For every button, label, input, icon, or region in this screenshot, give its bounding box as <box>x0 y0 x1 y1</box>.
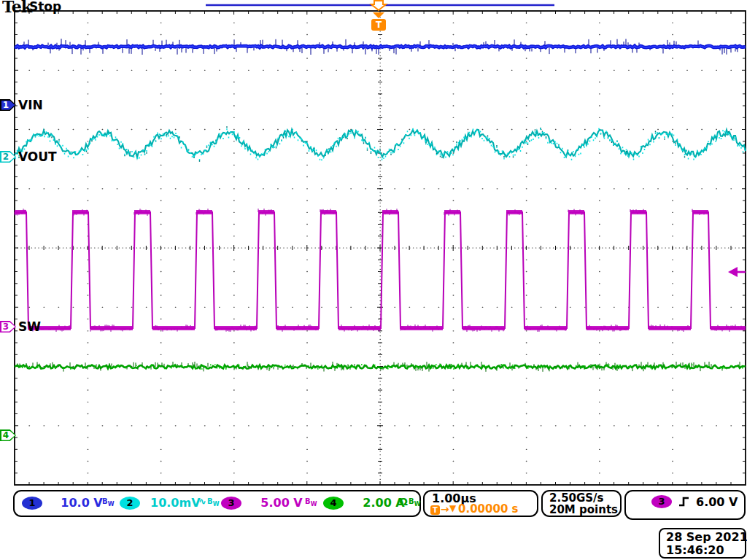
trigger-arrow-icon: → <box>441 503 449 515</box>
ch4-marker-number: 4 <box>0 430 12 440</box>
record-trigger-position-icon[interactable] <box>371 1 386 10</box>
oscilloscope-screen: Tek Stop T 1 VIN 2 VOUT 3 SW 4 1 10.0 V … <box>0 0 747 560</box>
ch4-readout-badge[interactable]: 4 <box>323 497 344 510</box>
date-readout: 28 Sep 2021 <box>666 530 747 544</box>
trigger-position-badge[interactable]: T <box>371 19 386 31</box>
channel-readouts-box: 1 10.0 V BW 2 10.0mV ∿ BW 3 5.00 V BW 4 … <box>13 490 421 517</box>
ch2-readout-badge[interactable]: 2 <box>120 497 140 510</box>
ch3-bandwidth-icon: BW <box>305 497 317 508</box>
ch3-label: SW <box>18 321 41 332</box>
ch1-marker-number: 1 <box>0 100 12 110</box>
ch4-ground-marker[interactable]: 4 <box>0 429 16 441</box>
acquisition-box[interactable]: 2.50GS/s 20M points <box>541 490 622 517</box>
timebase-box[interactable]: 1.00µs T → ▼ 0.00000 s <box>423 490 538 517</box>
ch1-label: VIN <box>18 99 43 111</box>
ch4-bandwidth-icon: BW <box>409 497 420 508</box>
ch2-scale-readout[interactable]: 10.0mV <box>150 496 201 510</box>
ch4-impedance-icon: Ω <box>399 496 408 508</box>
trigger-marker-icon: ▼ <box>449 503 456 513</box>
ch3-marker-number: 3 <box>0 322 12 332</box>
ch2-marker-number: 2 <box>0 152 12 162</box>
ch3-readout-badge[interactable]: 3 <box>221 497 241 510</box>
ch2-ac-coupling-icon: ∿ <box>198 496 206 507</box>
ch1-bandwidth-icon: BW <box>102 497 114 508</box>
ch2-bandwidth-icon: BW <box>207 497 219 508</box>
trigger-level-readout: 6.00 V <box>696 495 738 509</box>
tek-logo: Tek <box>2 0 31 16</box>
trigger-t-icon: T <box>430 505 440 515</box>
trigger-source-badge: 3 <box>651 495 672 508</box>
ch1-ground-marker[interactable]: 1 <box>0 99 16 111</box>
trigger-box[interactable]: 3 6.00 V <box>624 490 746 520</box>
ch1-readout-badge[interactable]: 1 <box>22 497 42 510</box>
trigger-position-arrow-icon[interactable] <box>373 12 384 18</box>
acquisition-status: Stop <box>29 0 61 14</box>
trigger-position-readout: 0.00000 s <box>458 502 518 516</box>
time-readout: 15:46:20 <box>666 543 724 557</box>
datetime-box: 28 Sep 2021 15:46:20 <box>659 528 746 559</box>
waveform-display <box>0 0 747 560</box>
ch2-ground-marker[interactable]: 2 <box>0 151 16 163</box>
trigger-level-arrow[interactable] <box>728 267 738 277</box>
rising-edge-icon <box>677 494 692 509</box>
ch3-scale-readout[interactable]: 5.00 V <box>249 496 314 510</box>
ch3-ground-marker[interactable]: 3 <box>0 321 16 332</box>
record-length-readout: 20M points <box>549 503 618 516</box>
ch2-label: VOUT <box>18 151 57 163</box>
